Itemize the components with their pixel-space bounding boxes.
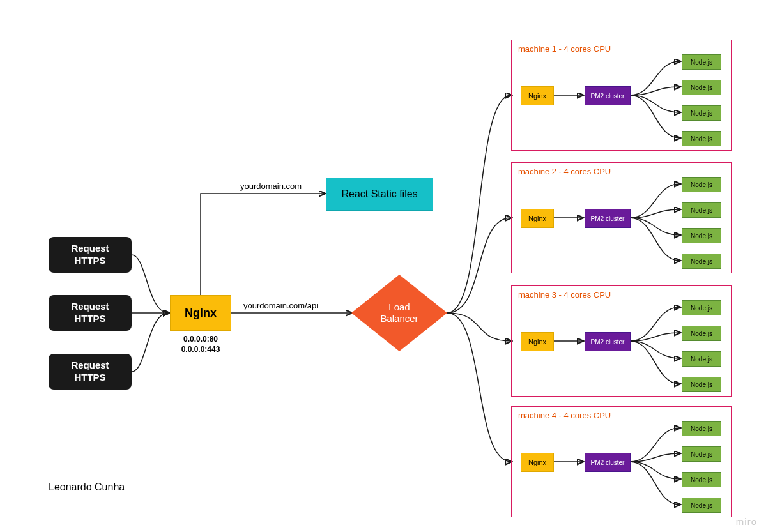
author-name: Leonardo Cunha (49, 482, 125, 493)
machine-pm2: PM2 cluster (585, 209, 631, 228)
nodejs-instance: Node.js (682, 131, 721, 146)
machine-title: machine 2 - 4 cores CPU (518, 167, 611, 176)
miro-watermark: miro (736, 516, 757, 527)
machine-title: machine 3 - 4 cores CPU (518, 290, 611, 300)
machine-nginx: Nginx (521, 332, 554, 351)
request-https-1: Request HTTPS (49, 237, 132, 273)
nodejs-instance: Node.js (682, 300, 721, 315)
load-balancer: Load Balancer (351, 275, 447, 351)
request-https-3: Request HTTPS (49, 354, 132, 390)
route-api-label: yourdomain.com/api (243, 301, 318, 310)
machine-nginx: Nginx (521, 209, 554, 228)
machine-box-1: machine 1 - 4 cores CPUNginxPM2 clusterN… (511, 40, 732, 151)
machine-nginx: Nginx (521, 86, 554, 105)
machine-box-2: machine 2 - 4 cores CPUNginxPM2 clusterN… (511, 162, 732, 273)
machine-box-4: machine 4 - 4 cores CPUNginxPM2 clusterN… (511, 406, 732, 517)
nginx-main: Nginx (170, 295, 231, 331)
machine-pm2: PM2 cluster (585, 453, 631, 472)
nodejs-instance: Node.js (682, 177, 721, 192)
nodejs-instance: Node.js (682, 351, 721, 367)
machine-pm2: PM2 cluster (585, 86, 631, 105)
nodejs-instance: Node.js (682, 254, 721, 269)
nodejs-instance: Node.js (682, 105, 721, 121)
nodejs-instance: Node.js (682, 80, 721, 95)
route-static-label: yourdomain.com (240, 181, 302, 191)
nodejs-instance: Node.js (682, 228, 721, 243)
nodejs-instance: Node.js (682, 498, 721, 513)
nodejs-instance: Node.js (682, 54, 721, 70)
machine-pm2: PM2 cluster (585, 332, 631, 351)
machine-box-3: machine 3 - 4 cores CPUNginxPM2 clusterN… (511, 285, 732, 397)
machine-title: machine 1 - 4 cores CPU (518, 44, 611, 54)
react-static-files: React Static files (326, 178, 433, 211)
nodejs-instance: Node.js (682, 377, 721, 392)
nodejs-instance: Node.js (682, 421, 721, 436)
machine-nginx: Nginx (521, 453, 554, 472)
nodejs-instance: Node.js (682, 446, 721, 462)
nginx-ports: 0.0.0.0:80 0.0.0.0:443 (171, 335, 230, 354)
machine-title: machine 4 - 4 cores CPU (518, 411, 611, 420)
nodejs-instance: Node.js (682, 202, 721, 218)
request-https-2: Request HTTPS (49, 295, 132, 331)
nodejs-instance: Node.js (682, 326, 721, 341)
nodejs-instance: Node.js (682, 472, 721, 487)
